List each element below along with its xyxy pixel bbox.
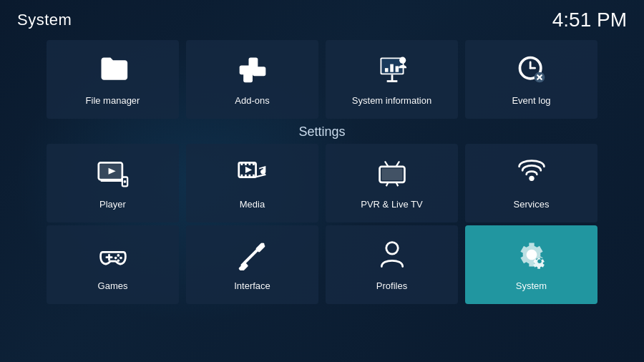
clock: 4:51 PM: [552, 9, 627, 31]
services-icon: [516, 157, 547, 193]
addons-icon: [237, 54, 268, 89]
tile-interface[interactable]: Interface: [186, 225, 318, 304]
tile-add-ons[interactable]: Add-ons: [186, 40, 318, 119]
svg-rect-26: [240, 162, 243, 165]
svg-point-46: [114, 256, 117, 259]
tile-event-log[interactable]: Event log: [465, 40, 597, 119]
svg-rect-36: [381, 168, 402, 180]
page-title: System: [17, 11, 72, 29]
svg-point-55: [537, 259, 542, 263]
svg-rect-29: [253, 162, 255, 165]
system-info-icon: [376, 54, 408, 89]
svg-point-47: [117, 259, 119, 262]
tile-system-information-label: System information: [352, 95, 431, 106]
media-icon: [237, 157, 268, 193]
tile-add-ons-label: Add-ons: [235, 95, 269, 106]
event-log-icon: [516, 54, 547, 89]
tile-interface-label: Interface: [234, 280, 270, 291]
svg-rect-2: [253, 67, 265, 76]
tile-services-label: Services: [514, 199, 550, 210]
svg-rect-28: [248, 162, 250, 165]
tile-system[interactable]: System: [465, 225, 597, 304]
svg-point-41: [529, 175, 534, 180]
svg-rect-32: [248, 174, 250, 177]
tile-media[interactable]: Media: [186, 144, 318, 222]
tile-pvr-live-tv[interactable]: PVR & Live TV: [326, 144, 458, 222]
settings-section-label: Settings: [0, 120, 644, 142]
tile-services[interactable]: Services: [465, 144, 597, 222]
tile-player-label: Player: [99, 199, 126, 210]
games-icon: [97, 239, 129, 275]
system-icon: [516, 239, 547, 275]
settings-row-2: Games Interface Profiles: [0, 224, 644, 305]
svg-rect-31: [245, 174, 247, 177]
tile-pvr-live-tv-label: PVR & Live TV: [361, 199, 422, 210]
header: System 4:51 PM: [0, 0, 644, 37]
interface-icon: [237, 239, 268, 275]
svg-point-53: [386, 242, 398, 254]
svg-rect-22: [100, 180, 122, 182]
svg-rect-33: [253, 174, 255, 177]
svg-rect-9: [390, 64, 394, 72]
tile-player[interactable]: Player: [47, 144, 179, 222]
tile-system-label: System: [516, 280, 547, 291]
tile-media-label: Media: [240, 199, 265, 210]
pvr-icon: [376, 157, 408, 193]
svg-rect-8: [384, 68, 388, 72]
tile-profiles-label: Profiles: [376, 280, 407, 291]
svg-rect-30: [240, 174, 243, 177]
svg-point-11: [399, 57, 406, 63]
svg-point-24: [123, 180, 126, 183]
svg-line-50: [245, 244, 263, 263]
tile-file-manager-label: File manager: [86, 95, 140, 106]
folder-icon: [97, 54, 129, 89]
top-tile-row: File manager Add-ons: [0, 37, 644, 120]
svg-rect-27: [245, 162, 247, 165]
tile-system-information[interactable]: System information: [326, 40, 458, 119]
tile-games[interactable]: Games: [47, 225, 179, 304]
svg-rect-10: [395, 66, 399, 72]
tile-profiles[interactable]: Profiles: [326, 225, 458, 304]
svg-marker-34: [245, 166, 251, 172]
tile-file-manager[interactable]: File manager: [47, 40, 179, 119]
tile-event-log-label: Event log: [512, 95, 550, 106]
svg-point-44: [117, 254, 119, 257]
profiles-icon: [376, 239, 408, 275]
settings-row-1: Player Media: [0, 142, 644, 224]
svg-rect-3: [243, 72, 253, 82]
player-icon: [97, 157, 129, 193]
tile-games-label: Games: [98, 280, 128, 291]
svg-point-45: [119, 256, 122, 259]
